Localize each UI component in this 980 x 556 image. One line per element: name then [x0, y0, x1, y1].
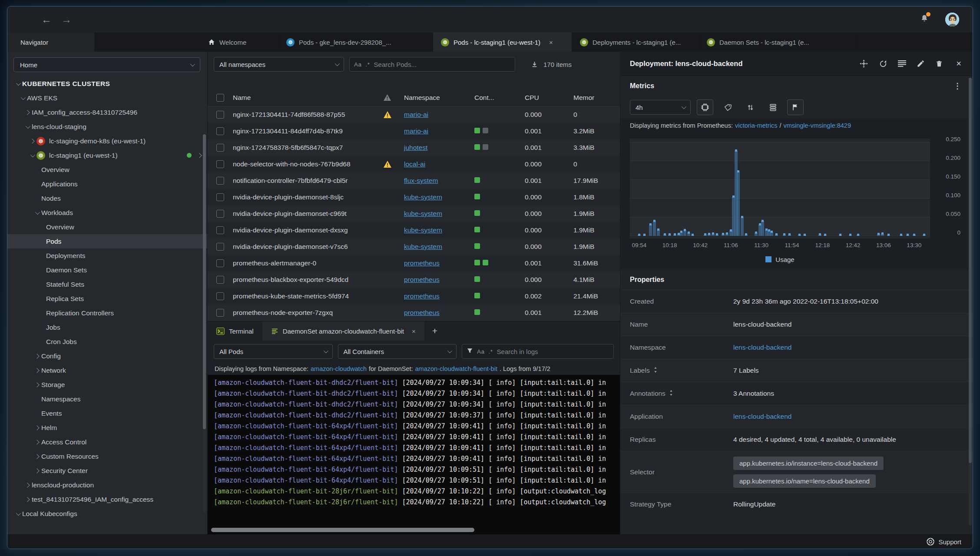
new-dock-tab-button[interactable]: +	[424, 321, 445, 341]
column-name[interactable]: Name	[233, 94, 383, 102]
match-case-icon[interactable]: Aa	[477, 348, 485, 355]
close-icon[interactable]: ×	[956, 59, 961, 69]
row-checkbox[interactable]	[216, 193, 224, 201]
row-checkbox[interactable]	[216, 276, 224, 284]
namespace-link[interactable]: prometheus	[404, 276, 440, 283]
table-row[interactable]: nginx-1721304411-84d4ff7d4b-87tk9mario-a…	[208, 123, 620, 139]
sort-arrows-icon[interactable]	[742, 99, 758, 115]
sidebar-item-overview[interactable]: Overview	[7, 162, 207, 177]
namespace-link[interactable]: prometheus	[404, 292, 440, 300]
table-row[interactable]: prometheus-node-exporter-7zgxqprometheus…	[208, 304, 620, 321]
cpu-chip-icon[interactable]	[697, 99, 713, 115]
flag-icon[interactable]	[787, 99, 804, 115]
sidebar-item-kubernetes-clusters[interactable]: KUBERNETES CLUSTERS	[7, 76, 207, 91]
log-daemonset-link[interactable]: amazon-cloudwatch-fluent-bit	[415, 365, 497, 372]
table-row[interactable]: prometheus-blackbox-exporter-549dcdprome…	[208, 271, 620, 288]
table-row[interactable]: notification-controller-7bfbfd6479-cbl5r…	[208, 172, 620, 189]
selector-badge[interactable]: app.kubernetes.io/name=lens-cloud-backen…	[733, 474, 876, 488]
sidebar-item-helm[interactable]: Helm	[7, 420, 207, 435]
pod-filter-select[interactable]: All Pods	[214, 344, 333, 359]
dock-tab-daemonset-logs[interactable]: DaemonSet amazon-cloudwatch-fluent-bit ×	[262, 321, 424, 341]
sidebar-item-namespaces[interactable]: Namespaces	[7, 392, 207, 406]
context-select[interactable]: Home	[13, 57, 200, 72]
forward-arrow-icon[interactable]: →	[61, 14, 72, 25]
close-icon[interactable]: ×	[412, 328, 416, 335]
vmsingle-link[interactable]: vmsingle-vmsingle:8429	[783, 122, 851, 129]
column-containers[interactable]: Cont...	[474, 94, 525, 102]
sidebar-item-lc-staging-demo-k8s-eu-west-1-[interactable]: ☸lc-staging-demo-k8s (eu-west-1)	[7, 134, 207, 148]
namespace-filter-select[interactable]: All namespaces	[214, 57, 344, 72]
column-namespace[interactable]: Namespace	[404, 94, 474, 102]
row-checkbox[interactable]	[216, 226, 224, 234]
filter-funnel-icon[interactable]	[467, 348, 473, 356]
regex-icon[interactable]: .*	[489, 348, 493, 355]
property-value-link[interactable]: lens-cloud-backend	[733, 344, 791, 351]
tab-welcome[interactable]: Welcome	[200, 33, 278, 52]
sidebar-item-replica-sets[interactable]: Replica Sets	[7, 291, 207, 306]
sidebar-item-events[interactable]: Events	[7, 406, 207, 420]
property-value-link[interactable]: lens-cloud-backend	[733, 413, 791, 420]
kebab-menu-icon[interactable]: ⋮	[954, 81, 961, 91]
sidebar-item-lc-staging1-eu-west-1-[interactable]: ☸lc-staging1 (eu-west-1)	[7, 148, 207, 162]
sidebar-item-iam-config-access-841310725496[interactable]: IAM_config_access-841310725496	[7, 105, 207, 119]
namespace-link[interactable]: flux-system	[404, 177, 438, 184]
table-row[interactable]: node-selector-with-no-nodes-767b9d68loca…	[208, 156, 620, 172]
time-range-select[interactable]: 4h	[630, 100, 691, 115]
sidebar-item-stateful-sets[interactable]: Stateful Sets	[7, 277, 207, 291]
log-namespace-link[interactable]: amazon-cloudwatch	[311, 365, 367, 372]
table-row[interactable]: prometheus-alertmanager-0prometheus0.001…	[208, 255, 620, 271]
sidebar-item-test-841310725496-iam-config-acces[interactable]: test_841310725496_IAM_config_access	[7, 492, 207, 506]
namespace-link[interactable]: juhotest	[404, 144, 427, 151]
row-checkbox[interactable]	[216, 177, 224, 185]
namespace-link[interactable]: mario-ai	[404, 127, 428, 135]
namespace-link[interactable]: kube-system	[404, 226, 442, 234]
row-checkbox[interactable]	[216, 160, 224, 168]
namespace-link[interactable]: prometheus	[404, 259, 440, 267]
tab-pods-lc-staging1-eu-west-1-[interactable]: ☸Pods - lc-staging1 (eu-west-1)×	[433, 33, 572, 52]
sidebar-item-overview[interactable]: Overview	[7, 220, 207, 234]
notifications-button[interactable]	[920, 14, 929, 25]
log-search-input[interactable]	[497, 348, 609, 355]
close-icon[interactable]: ×	[549, 39, 553, 46]
sidebar-item-nodes[interactable]: Nodes	[7, 191, 207, 205]
log-horizontal-scrollbar[interactable]	[211, 528, 616, 532]
sidebar-item-local-kubeconfigs[interactable]: Local Kubeconfigs	[7, 506, 207, 521]
sidebar-item-lens-cloud-staging[interactable]: lens-cloud-staging	[7, 119, 207, 134]
row-checkbox[interactable]	[216, 127, 224, 135]
row-checkbox[interactable]	[216, 243, 224, 251]
sidebar-item-config[interactable]: Config	[7, 349, 207, 363]
log-output[interactable]: [amazon-cloudwatch-fluent-bit-dhdc2/flue…	[208, 375, 620, 534]
sidebar-item-access-control[interactable]: Access Control	[7, 435, 207, 449]
sidebar-item-daemon-sets[interactable]: Daemon Sets	[7, 263, 207, 277]
back-arrow-icon[interactable]: ←	[41, 14, 52, 25]
user-avatar[interactable]	[945, 12, 960, 27]
chevron-right-icon[interactable]	[197, 153, 202, 158]
chart-plot-area[interactable]	[630, 139, 930, 238]
table-row[interactable]: nginx-1721304411-74df86f588-87p55mario-a…	[208, 106, 620, 123]
move-icon[interactable]	[859, 59, 868, 68]
namespace-link[interactable]: mario-ai	[404, 111, 428, 118]
table-row[interactable]: nvidia-device-plugin-daemonset-8sljckube…	[208, 189, 620, 205]
namespace-link[interactable]: prometheus	[404, 309, 440, 316]
edit-pencil-icon[interactable]	[917, 60, 925, 68]
row-checkbox[interactable]	[216, 309, 224, 317]
panel-scrollbar[interactable]	[969, 78, 972, 526]
sidebar-item-deployments[interactable]: Deployments	[7, 248, 207, 263]
sidebar-item-jobs[interactable]: Jobs	[7, 320, 207, 334]
sidebar-item-cron-jobs[interactable]: Cron Jobs	[7, 334, 207, 349]
chart-legend[interactable]: Usage	[630, 252, 930, 267]
sidebar-item-network[interactable]: Network	[7, 363, 207, 377]
selector-badge[interactable]: app.kubernetes.io/instance=lens-cloud-ba…	[733, 457, 884, 470]
table-row[interactable]: nginx-1724758378-5fb6f5847c-tqpx7juhotes…	[208, 139, 620, 156]
sidebar-item-pods[interactable]: Pods	[7, 234, 207, 248]
table-row[interactable]: prometheus-kube-state-metrics-5fd974prom…	[208, 288, 620, 304]
table-row[interactable]: nvidia-device-plugin-daemonset-v7sc6kube…	[208, 238, 620, 255]
tab-pods-gke-lens-dev-298208-[interactable]: ☸Pods - gke_lens-dev-298208_...	[278, 33, 433, 52]
sidebar-item-applications[interactable]: Applications	[7, 177, 207, 191]
support-button[interactable]: Support	[927, 538, 961, 546]
sidebar-item-custom-resources[interactable]: Custom Resources	[7, 449, 207, 463]
table-row[interactable]: nvidia-device-plugin-daemonset-dxsxgkube…	[208, 222, 620, 238]
regex-icon[interactable]: .*	[366, 61, 370, 68]
tab-daemon-sets-lc-staging1-e-[interactable]: ☸Daemon Sets - lc-staging1 (e...	[699, 33, 857, 52]
trash-icon[interactable]	[935, 60, 943, 68]
